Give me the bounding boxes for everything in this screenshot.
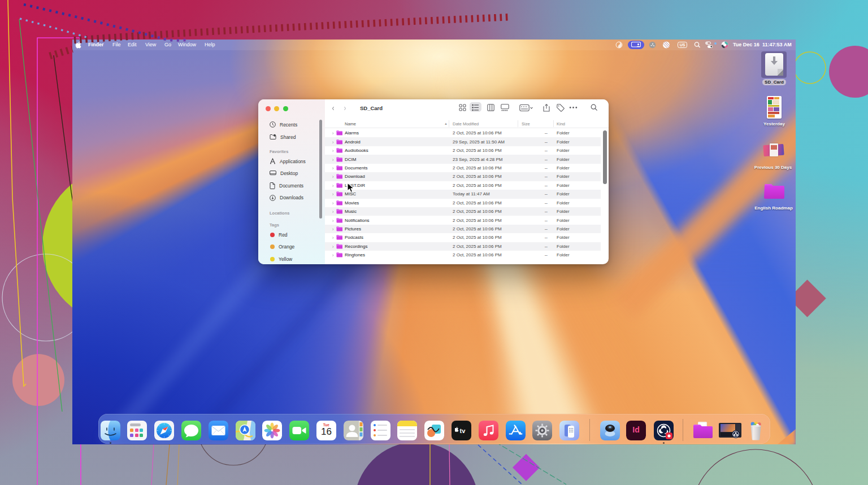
svg-text:tv: tv [459,427,466,434]
